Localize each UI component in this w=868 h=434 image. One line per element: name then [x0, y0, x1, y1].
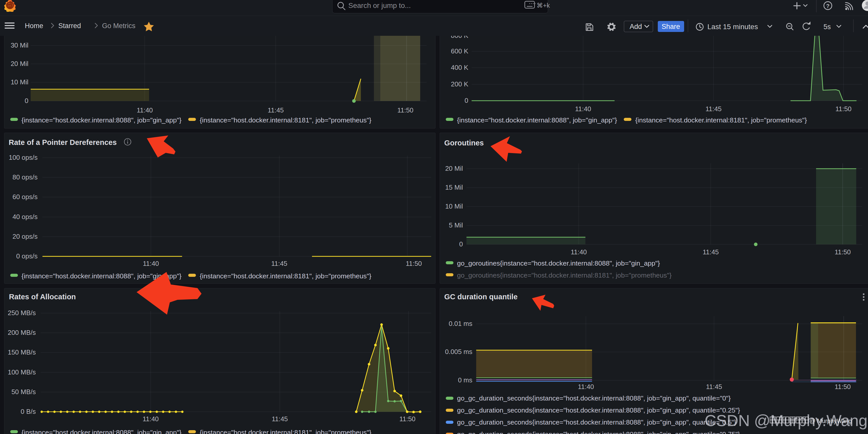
svg-text:Go Metrics: Go Metrics	[102, 22, 135, 30]
svg-text:Home: Home	[25, 22, 43, 30]
svg-text:?: ?	[826, 3, 829, 9]
svg-text:Starred: Starred	[58, 22, 81, 30]
svg-text:5s: 5s	[824, 23, 831, 31]
svg-text:⌘+k: ⌘+k	[536, 2, 550, 9]
svg-text:@ MurphyWang: @ MurphyWang	[809, 418, 852, 424]
svg-text:Add: Add	[630, 23, 642, 30]
svg-text:Share: Share	[661, 23, 680, 30]
svg-text:Search or jump to...: Search or jump to...	[348, 2, 411, 9]
svg-text:Last 15 minutes: Last 15 minutes	[707, 23, 758, 31]
